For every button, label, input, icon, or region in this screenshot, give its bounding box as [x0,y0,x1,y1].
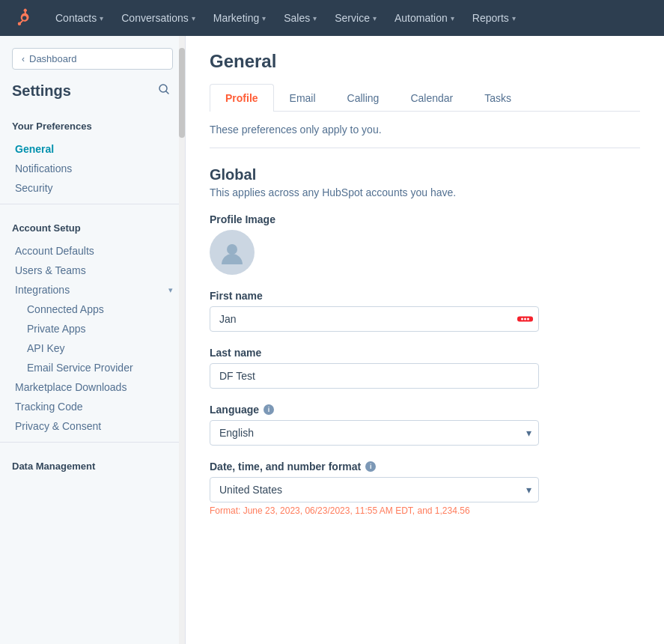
settings-title: Settings [12,82,71,100]
tab-bar: Profile Email Calling Calendar Tasks [210,84,640,112]
profile-image-group: Profile Image [210,213,640,275]
sidebar-divider [0,204,185,204]
sidebar-item-private-apps[interactable]: Private Apps [0,319,185,338]
tab-tasks[interactable]: Tasks [469,84,527,112]
tab-profile[interactable]: Profile [210,84,274,112]
sidebar-section-data-management: Data Management [0,449,185,479]
top-navigation: Contacts ▾ Conversations ▾ Marketing ▾ S… [0,0,664,36]
last-name-label: Last name [210,347,640,359]
chevron-down-icon: ▾ [192,14,195,22]
first-name-group: First name [210,290,640,332]
sidebar-item-users-teams[interactable]: Users & Teams [0,261,185,280]
first-name-label: First name [210,290,640,302]
sidebar-item-email-service-provider[interactable]: Email Service Provider [0,358,185,377]
tab-email[interactable]: Email [274,84,332,112]
dot-2 [524,318,526,321]
sidebar-item-integrations[interactable]: Integrations ▾ [0,280,185,300]
nav-marketing[interactable]: Marketing ▾ [206,7,273,28]
page-title: General [210,51,640,72]
hubspot-logo[interactable] [12,6,36,30]
sidebar-section-heading-data: Data Management [12,461,173,472]
back-arrow-icon: ‹ [22,54,25,64]
dot-3 [527,318,529,321]
global-section-title: Global [210,166,640,183]
last-name-input[interactable] [210,363,539,389]
first-name-input-wrapper [210,306,539,332]
sidebar-item-api-key[interactable]: API Key [0,338,185,358]
language-info-icon: i [264,404,274,415]
avatar[interactable] [210,230,255,275]
tab-calendar[interactable]: Calendar [395,84,469,112]
nav-sales[interactable]: Sales ▾ [276,7,324,28]
date-format-info-icon: i [365,461,376,472]
language-label: Language i [210,404,640,416]
nav-service[interactable]: Service ▾ [327,7,384,28]
dot-1 [521,318,523,321]
nav-reports[interactable]: Reports ▾ [465,7,523,28]
sidebar-header: Settings [0,76,185,109]
sidebar-item-notifications[interactable]: Notifications [0,159,185,178]
nav-contacts[interactable]: Contacts ▾ [48,7,111,28]
chevron-down-icon: ▾ [168,285,173,295]
global-section-subtitle: This applies across any HubSpot accounts… [210,186,640,198]
language-group: Language i English Spanish French German… [210,404,640,446]
date-format-select[interactable]: United States United Kingdom Germany Fra… [210,477,539,502]
svg-point-1 [227,244,237,255]
nav-conversations[interactable]: Conversations ▾ [114,7,203,28]
content-body: These preferences only apply to you. Glo… [186,112,664,555]
page-header: General Profile Email Calling Calendar T… [186,36,664,112]
sidebar-item-connected-apps[interactable]: Connected Apps [0,300,185,319]
first-name-input[interactable] [210,306,539,332]
date-format-group: Date, time, and number format i United S… [210,461,640,516]
sidebar-section-heading-account: Account Setup [12,222,173,234]
input-options-button[interactable] [517,317,533,322]
chevron-down-icon: ▾ [100,14,103,22]
date-format-label: Date, time, and number format i [210,461,640,473]
chevron-down-icon: ▾ [313,14,317,22]
last-name-input-wrapper [210,363,539,389]
last-name-group: Last name [210,347,640,389]
chevron-down-icon: ▾ [512,14,516,22]
main-content: General Profile Email Calling Calendar T… [186,36,664,644]
profile-image-label: Profile Image [210,213,640,225]
scrollbar-thumb[interactable] [179,48,185,138]
sidebar-item-tracking-code[interactable]: Tracking Code [0,397,185,416]
sidebar-item-security[interactable]: Security [0,178,185,198]
chevron-down-icon: ▾ [262,14,266,22]
sidebar-item-marketplace-downloads[interactable]: Marketplace Downloads [0,377,185,397]
language-select[interactable]: English Spanish French German Portuguese [210,420,539,446]
sidebar-section-preferences: Your Preferences [0,109,185,139]
nav-automation[interactable]: Automation ▾ [387,7,462,28]
search-button[interactable] [155,82,173,100]
tab-calling[interactable]: Calling [332,84,395,112]
scrollbar-track [179,36,185,644]
sidebar-section-account-setup: Account Setup [0,210,185,241]
sidebar: ‹ Dashboard Settings Your Preferences Ge… [0,36,186,644]
sidebar-section-heading-preferences: Your Preferences [12,121,173,132]
chevron-down-icon: ▾ [451,14,454,22]
preferences-note: These preferences only apply to you. [210,124,640,148]
language-select-wrapper: English Spanish French German Portuguese… [210,420,539,446]
sidebar-item-account-defaults[interactable]: Account Defaults [0,241,185,261]
sidebar-item-general[interactable]: General [0,139,185,159]
chevron-down-icon: ▾ [373,14,377,22]
sidebar-divider-2 [0,442,185,443]
global-section: Global This applies across any HubSpot a… [210,166,640,516]
app-layout: ‹ Dashboard Settings Your Preferences Ge… [0,36,664,644]
date-format-select-wrapper: United States United Kingdom Germany Fra… [210,477,539,502]
format-hint: Format: June 23, 2023, 06/23/2023, 11:55… [210,505,640,516]
dashboard-button[interactable]: ‹ Dashboard [12,48,173,70]
sidebar-item-privacy-consent[interactable]: Privacy & Consent [0,416,185,436]
